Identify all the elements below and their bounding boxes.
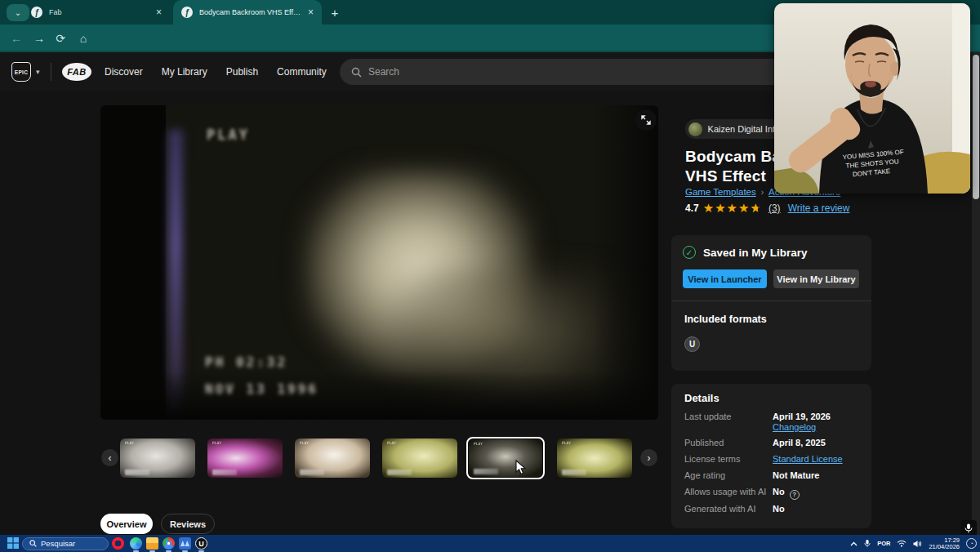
view-in-my-library-button[interactable]: View in My Library bbox=[773, 269, 859, 288]
fab-nav: Discover My Library Publish Community Ab… bbox=[105, 52, 371, 91]
gallery-thumbnail-5-selected[interactable]: PLAY bbox=[469, 439, 542, 477]
start-button[interactable] bbox=[7, 537, 19, 552]
detail-label: License terms bbox=[684, 454, 773, 465]
rating-value: 4.7 bbox=[685, 203, 699, 214]
detail-label: Last update bbox=[684, 412, 773, 433]
star-rating-icons: ★★★★★★ bbox=[703, 201, 762, 216]
standard-license-link[interactable]: Standard License bbox=[773, 454, 843, 465]
nav-my-library[interactable]: My Library bbox=[162, 66, 207, 78]
fab-logo[interactable]: FAB bbox=[62, 63, 91, 81]
tab-overview[interactable]: Overview bbox=[100, 514, 153, 534]
breadcrumb-category[interactable]: Game Templates bbox=[685, 187, 756, 197]
age-rating-value: Not Mature bbox=[773, 470, 819, 481]
gallery-prev-button[interactable]: ‹ bbox=[101, 449, 118, 466]
open-app-indicator bbox=[166, 550, 172, 552]
close-tab-icon[interactable]: × bbox=[308, 7, 314, 18]
product-media-viewer[interactable]: PLAY PH 02:32 NOV 13 1996 bbox=[100, 105, 658, 420]
file-explorer-taskbar-icon[interactable] bbox=[146, 537, 158, 550]
browser-tab-fab[interactable]: ƒ Fab × bbox=[23, 0, 170, 24]
wifi-icon[interactable] bbox=[897, 540, 906, 547]
chevron-left-icon: ‹ bbox=[109, 452, 112, 464]
chevron-down-icon: ⌄ bbox=[15, 8, 21, 17]
close-tab-icon[interactable]: × bbox=[156, 7, 162, 18]
last-update-value: April 19, 2026 bbox=[773, 412, 831, 421]
detail-row-ai-usage: Allows usage with AI No? bbox=[684, 487, 860, 500]
gallery-thumbnail-6[interactable]: PLAY bbox=[557, 438, 632, 478]
detail-row-published: Published April 8, 2025 bbox=[684, 438, 860, 448]
help-icon[interactable]: ? bbox=[790, 490, 800, 500]
unreal-engine-taskbar-icon[interactable]: U bbox=[195, 537, 207, 550]
vhs-fade bbox=[593, 105, 658, 420]
volume-icon[interactable] bbox=[913, 540, 922, 548]
thumb-play-label: PLAY bbox=[387, 441, 396, 445]
thumb-timecode bbox=[387, 470, 412, 475]
detail-label: Published bbox=[684, 438, 773, 448]
gallery-thumbnail-3[interactable]: PLAY bbox=[295, 438, 370, 478]
opera-taskbar-icon[interactable] bbox=[112, 537, 124, 550]
chevron-right-icon: › bbox=[648, 452, 651, 464]
gallery-thumbnail-4[interactable]: PLAY bbox=[382, 438, 457, 478]
thumb-timecode bbox=[474, 469, 498, 474]
taskbar-search-input[interactable]: Pesquisar bbox=[22, 537, 109, 550]
star-icon: ★ bbox=[727, 201, 738, 216]
rating-count-link[interactable]: (3) bbox=[768, 203, 781, 214]
saved-status-label: Saved in My Library bbox=[703, 247, 808, 259]
edge-taskbar-icon[interactable] bbox=[130, 537, 142, 550]
changelog-link[interactable]: Changelog bbox=[773, 422, 816, 432]
back-icon[interactable]: ← bbox=[8, 30, 24, 47]
language-indicator[interactable]: POR bbox=[877, 540, 890, 547]
screen: ⌄ ƒ Fab × ƒ Bodycam Backroom VHS Effect … bbox=[0, 0, 980, 552]
ai-usage-value: No? bbox=[773, 487, 800, 500]
forward-icon[interactable]: → bbox=[31, 30, 47, 47]
search-icon bbox=[351, 67, 362, 78]
write-review-link[interactable]: Write a review bbox=[788, 203, 850, 214]
chevron-right-icon: › bbox=[761, 188, 764, 197]
gallery-thumbnail-2[interactable]: PLAY bbox=[207, 438, 283, 478]
included-formats-label: Included formats bbox=[684, 314, 767, 325]
gallery-next-button[interactable]: › bbox=[640, 449, 657, 466]
open-app-indicator bbox=[198, 550, 204, 552]
unreal-engine-format-icon[interactable]: U bbox=[684, 336, 700, 352]
detail-label: Generated with AI bbox=[684, 504, 773, 514]
blue-app-taskbar-icon[interactable] bbox=[179, 537, 191, 550]
vhs-fade bbox=[100, 371, 658, 420]
refresh-icon[interactable]: ⟳ bbox=[52, 30, 69, 47]
check-circle-icon: ✓ bbox=[683, 246, 696, 259]
open-app-indicator bbox=[149, 550, 155, 552]
scrollbar-thumb[interactable] bbox=[973, 55, 979, 199]
detail-row-age-rating: Age rating Not Mature bbox=[684, 470, 860, 481]
ai-generated-value: No bbox=[773, 504, 785, 514]
tray-chevron-up-icon[interactable] bbox=[850, 541, 858, 546]
browser-tab-listing[interactable]: ƒ Bodycam Backroom VHS Effect | Fab × bbox=[173, 0, 322, 24]
card-divider bbox=[671, 300, 871, 301]
details-card: Details Last update April 19, 2026 Chang… bbox=[671, 384, 871, 528]
thumb-timecode bbox=[300, 470, 324, 475]
library-card: ✓ Saved in My Library View in Launcher V… bbox=[671, 235, 871, 371]
nav-publish[interactable]: Publish bbox=[226, 66, 258, 78]
fullscreen-button[interactable] bbox=[635, 109, 657, 131]
home-icon[interactable]: ⌂ bbox=[75, 30, 91, 47]
tray-microphone-icon[interactable] bbox=[864, 539, 871, 548]
gallery-thumbnail-1[interactable]: PLAY bbox=[120, 438, 195, 478]
chrome-taskbar-icon[interactable] bbox=[163, 537, 175, 550]
view-in-launcher-button[interactable]: View in Launcher bbox=[683, 269, 767, 288]
tab-reviews[interactable]: Reviews bbox=[161, 514, 215, 534]
mouse-cursor bbox=[515, 460, 528, 479]
thumb-timecode bbox=[125, 470, 149, 475]
chevron-down-icon[interactable]: ▾ bbox=[36, 68, 40, 76]
tray-app-icon[interactable]: ◔ bbox=[966, 538, 977, 549]
mic-indicator bbox=[960, 520, 977, 536]
system-tray: POR 17:29 21/04/2026 ◔ bbox=[850, 535, 977, 552]
nav-discover[interactable]: Discover bbox=[105, 66, 143, 78]
search-placeholder: Search bbox=[368, 66, 399, 78]
detail-row-ai-generated: Generated with AI No bbox=[684, 504, 860, 514]
detail-value: No bbox=[773, 487, 785, 496]
taskbar-clock[interactable]: 17:29 21/04/2026 bbox=[929, 537, 960, 550]
detail-row-last-update: Last update April 19, 2026 Changelog bbox=[684, 412, 860, 433]
vhs-time-code: PH 02:32 bbox=[205, 354, 287, 370]
nav-community[interactable]: Community bbox=[277, 66, 327, 78]
thumb-play-label: PLAY bbox=[300, 441, 309, 445]
epic-games-logo[interactable]: EPIC bbox=[11, 62, 31, 82]
detail-value: April 19, 2026 Changelog bbox=[773, 412, 831, 433]
new-tab-button[interactable]: + bbox=[327, 4, 343, 20]
